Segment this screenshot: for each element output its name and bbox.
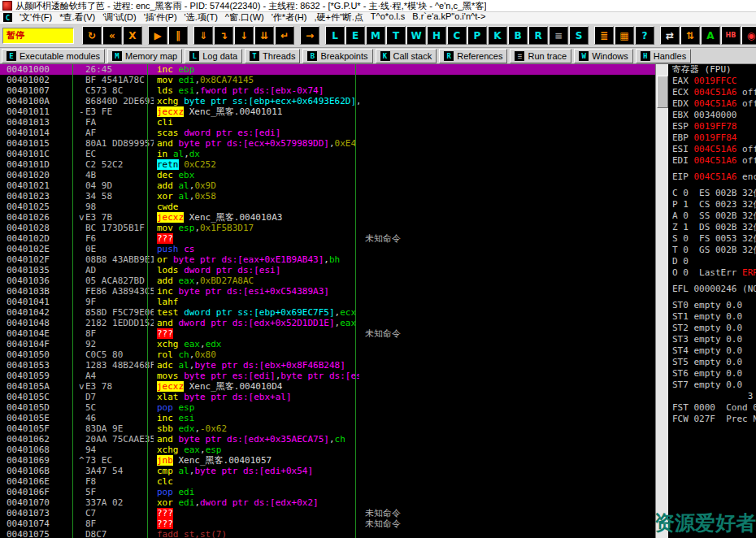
register-line[interactable]: ST5 empty 0.0: [672, 357, 756, 368]
disasm-row[interactable]: 0040105CD7xlat byte ptr ds:[ebx+al]: [0, 392, 655, 402]
disasm-row[interactable]: 0040103BFE86 A38943C5inc byte ptr ds:[es…: [0, 286, 655, 297]
disasm-row[interactable]: 0040100026:45inc ebp: [0, 64, 655, 75]
menu-item[interactable]: '文'件(F): [20, 11, 52, 24]
toolbar-button-log-window[interactable]: L: [325, 26, 345, 45]
toolbar-button-executable-modules[interactable]: E: [345, 26, 365, 45]
toolbar-button-close-program[interactable]: X: [123, 26, 142, 45]
disasm-row[interactable]: 0040105AvE3 78jecxz Xenc_黑客.004010D4: [0, 381, 655, 392]
disasm-row[interactable]: 0040101CECin al,dx: [0, 149, 655, 159]
disasm-row[interactable]: 0040102F08B8 43ABB9E1or byte ptr ds:[eax…: [0, 254, 655, 265]
menu-item[interactable]: ,硬+件"断.点: [314, 11, 363, 24]
register-line[interactable]: EBX 00340000: [672, 110, 756, 121]
toolbar-button-restart[interactable]: ↻: [82, 26, 102, 45]
register-line[interactable]: EDX 004C51A6 off: [672, 98, 756, 110]
menu-item[interactable]: '选.项(T): [185, 11, 218, 24]
disasm-row[interactable]: 0040104E8F???未知命令: [0, 328, 655, 339]
column-separator[interactable]: [72, 64, 73, 538]
toolbar-button-breakpoints[interactable]: B: [508, 26, 528, 45]
toolbar-button-run[interactable]: ▶: [148, 26, 167, 45]
disasm-row[interactable]: 0040106B3A47 54cmp al,byte ptr ds:[edi+0…: [0, 466, 655, 476]
vertical-scrollbar[interactable]: [655, 64, 668, 538]
disasm-row[interactable]: 00401002BF 4541A78Cmov edi,0x8CA74145: [0, 75, 655, 85]
disasm-row[interactable]: 00401069^73 ECjnb Xenc_黑客.00401057: [0, 455, 655, 466]
disasm-row[interactable]: 004010531283 48B2468Fadc al,byte ptr ds:…: [0, 360, 655, 371]
toolbar-button-handles[interactable]: H: [427, 26, 446, 45]
menu-item[interactable]: B.r`e'a.kP"o.i'n^t->: [412, 11, 485, 24]
disasm-row[interactable]: 00401070337A 02xor edi,dword ptr ds:[edx…: [0, 497, 655, 508]
toolbar-button-pause[interactable]: ‖: [168, 26, 188, 45]
disasm-row[interactable]: 004010748F???未知命令: [0, 518, 655, 529]
toolbar-button-step-into[interactable]: ⇓: [193, 26, 213, 45]
disasm-row[interactable]: 00401075D8C7fadd st,st(7): [0, 529, 655, 538]
disasm-row[interactable]: 004010419Flahf: [0, 297, 655, 307]
toolbar-button-target[interactable]: ◉: [741, 26, 756, 45]
register-line[interactable]: D 0: [672, 256, 756, 267]
register-line[interactable]: Z 1 DS 002B 32位: [672, 222, 756, 233]
toolbar-button-cpu[interactable]: C: [447, 26, 467, 45]
toolbar-button-memory-grid[interactable]: ▦: [615, 26, 634, 45]
register-line[interactable]: FST 0000 Cond 0: [672, 402, 756, 414]
toolbar-button-animate-into[interactable]: ↓: [234, 26, 254, 45]
register-line[interactable]: ST3 empty 0.0: [672, 334, 756, 345]
disasm-row[interactable]: 0040102E0Epush cs: [0, 244, 655, 254]
tab-breakpoints[interactable]: BBreakpoints: [302, 49, 372, 63]
register-line[interactable]: ECX 004C51A6 off: [672, 87, 756, 98]
toolbar-button-updown-arrows[interactable]: ⇅: [680, 26, 700, 45]
disasm-row[interactable]: 0040104F92xchg eax,edx: [0, 339, 655, 349]
disasm-row[interactable]: 0040105D5Cpop esp: [0, 402, 655, 413]
toolbar-button-patches[interactable]: P: [467, 26, 487, 45]
disasm-row[interactable]: 00401035ADlods dword ptr ds:[esi]: [0, 265, 655, 276]
toolbar-button-help[interactable]: ?: [635, 26, 654, 45]
register-line[interactable]: C 0 ES 002B 32位: [672, 188, 756, 199]
register-line[interactable]: 寄存器 (FPU): [672, 64, 756, 76]
tab-windows[interactable]: WWindows: [574, 49, 633, 63]
disasm-row[interactable]: 0040102DF6???未知命令: [0, 233, 655, 244]
disasm-row[interactable]: 0040100A86840D 2DE69364xchg byte ptr ss:…: [0, 96, 655, 106]
tab-log-data[interactable]: LLog data: [185, 49, 242, 63]
toolbar-button-patch-list[interactable]: ≣: [594, 26, 614, 45]
toolbar-button-animate-over[interactable]: ⇊: [254, 26, 274, 45]
register-line[interactable]: ST0 empty 0.0: [672, 300, 756, 311]
toolbar-button-call-stack[interactable]: K: [488, 26, 507, 45]
tab-handles[interactable]: HHandles: [636, 49, 691, 63]
disasm-row[interactable]: 0040102334 58xor al,0x58: [0, 191, 655, 202]
disasm-row[interactable]: 0040106220AA 75CAAE35and byte ptr ds:[ed…: [0, 434, 655, 445]
register-line[interactable]: EBP 0019FF84: [672, 132, 756, 144]
register-line[interactable]: ST7 empty 0.0: [672, 380, 756, 391]
toolbar-button-back[interactable]: «: [102, 26, 122, 45]
menu-item[interactable]: *查.看(V): [59, 11, 95, 24]
disasm-row[interactable]: 00401026vE3 7Bjecxz Xenc_黑客.004010A3: [0, 212, 655, 223]
disasm-row[interactable]: 0040106EF8clc: [0, 476, 655, 487]
register-line[interactable]: O 0 LastErr ERR: [672, 267, 756, 279]
toolbar-button-windows[interactable]: W: [406, 26, 426, 45]
menu-item[interactable]: ^窗.口(W): [225, 11, 264, 24]
register-line[interactable]: EAX 0019FFCC: [672, 76, 756, 87]
disasm-row[interactable]: 0040102598cwde: [0, 202, 655, 212]
register-line[interactable]: EDI 004C51A6 off: [672, 155, 756, 167]
disasm-row[interactable]: 00401011-E3 FEjecxz Xenc_黑客.00401011: [0, 106, 655, 117]
toolbar-button-source[interactable]: S: [569, 26, 589, 45]
disasm-row[interactable]: 00401042858D F5C79E06test dword ptr ss:[…: [0, 307, 655, 318]
toolbar-button-go-to[interactable]: →: [300, 26, 319, 45]
disasm-row[interactable]: 00401028BC 173D5B1Fmov esp,0x1F5B3D17: [0, 223, 655, 233]
disasm-row[interactable]: 004010482182 1EDDD152and dword ptr ds:[e…: [0, 318, 655, 328]
toolbar-button-execute-till-return[interactable]: ↵: [275, 26, 294, 45]
register-line[interactable]: ESP 0019FF78: [672, 121, 756, 132]
disasm-row[interactable]: 0040102104 9Dadd al,0x9D: [0, 180, 655, 191]
menu-item[interactable]: '调'试(D): [102, 11, 136, 24]
register-line[interactable]: S 0 FS 0053 32位: [672, 233, 756, 245]
tab-executable-modules[interactable]: EExecutable modules: [2, 49, 105, 63]
disasm-row[interactable]: 0040105E46inc esi: [0, 413, 655, 423]
disasm-row[interactable]: 0040105F83DA 9Esbb edx,-0x62: [0, 423, 655, 434]
register-line[interactable]: A 0 SS 002B 32位: [672, 210, 756, 222]
register-line[interactable]: P 1 CS 0023 32位: [672, 199, 756, 210]
register-line[interactable]: EIP 004C51A6 enc: [672, 171, 756, 183]
column-separator[interactable]: [147, 64, 148, 538]
toolbar-button-threads[interactable]: T: [386, 26, 406, 45]
register-line[interactable]: T 0 GS 002B 32位: [672, 245, 756, 256]
menu-item[interactable]: T^o*o.l.s: [371, 11, 405, 24]
disasm-row[interactable]: 00401050C0C5 80rol ch,0x80: [0, 349, 655, 360]
scrollbar-thumb[interactable]: [657, 76, 668, 108]
disasm-row[interactable]: 0040101580A1 DD899957 E4and byte ptr ds:…: [0, 138, 655, 149]
disasm-row[interactable]: 0040101DC2 52C2retn 0xC252: [0, 159, 655, 170]
